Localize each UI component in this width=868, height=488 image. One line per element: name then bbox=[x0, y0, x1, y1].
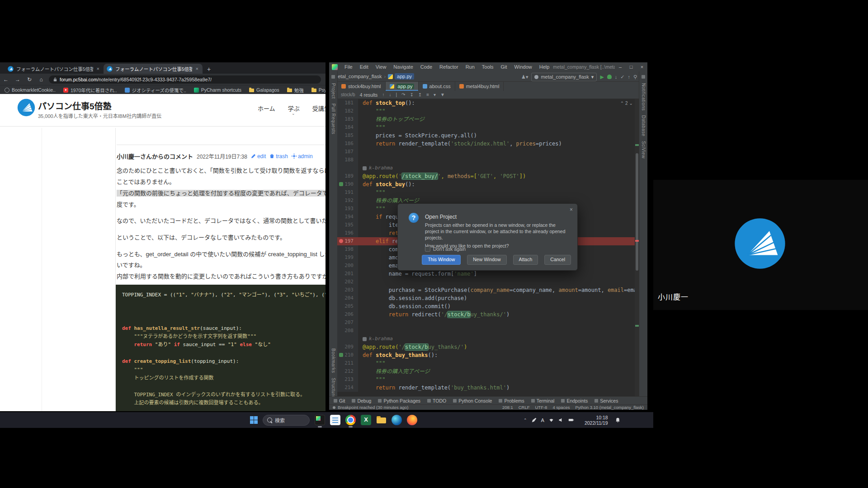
bookmark-item[interactable]: BookmarkletCookie.. bbox=[5, 87, 56, 93]
edit-link[interactable]: edit bbox=[251, 153, 266, 160]
browser-tab[interactable]: フォーラムノートパソコン仕事5倍塾× bbox=[5, 64, 104, 74]
dialog-close-icon[interactable]: × bbox=[570, 206, 573, 213]
prev-result-icon[interactable]: ↑ bbox=[382, 92, 384, 97]
chevron-down-icon[interactable]: ▾ bbox=[434, 92, 436, 97]
minimize-icon[interactable]: – bbox=[615, 64, 626, 70]
notepad-taskbar-icon[interactable] bbox=[330, 415, 340, 425]
tool-window-button-database[interactable]: Database bbox=[641, 115, 646, 136]
flask-route-icon[interactable] bbox=[339, 353, 343, 357]
site-nav-item[interactable]: ホーム bbox=[258, 104, 275, 113]
maximize-icon[interactable]: □ bbox=[626, 64, 637, 70]
toolwindow-python-console[interactable]: Python Console bbox=[453, 398, 492, 404]
menu-file[interactable]: File bbox=[341, 64, 356, 70]
search-icon[interactable]: ⚲ bbox=[633, 74, 637, 80]
error-widget[interactable]: ⌃2⌄ bbox=[620, 101, 633, 106]
new-window-button[interactable]: New Window bbox=[467, 255, 506, 265]
breadcrumb-file[interactable]: app.py bbox=[395, 73, 414, 80]
run-config-selector[interactable]: metal_company_flask ▾ bbox=[531, 73, 597, 81]
bookmark-item[interactable]: ジオシティーズの便箋で.. bbox=[125, 87, 186, 94]
site-nav-item[interactable]: 受講生 bbox=[312, 104, 326, 113]
flask-route-icon[interactable] bbox=[339, 182, 343, 186]
bookmark-item[interactable]: 1970年代に着目され.. bbox=[63, 87, 117, 94]
volume-icon[interactable] bbox=[558, 417, 564, 423]
menu-tools[interactable]: Tools bbox=[478, 64, 497, 70]
menu-window[interactable]: Window bbox=[511, 64, 536, 70]
tab-close-icon[interactable]: × bbox=[96, 66, 100, 71]
toolwindow-todo[interactable]: TODO bbox=[427, 398, 446, 404]
toolwindow-git[interactable]: Git bbox=[334, 398, 345, 404]
step-out-icon[interactable]: ↥ bbox=[418, 92, 422, 97]
tool-stripe-icon[interactable] bbox=[331, 75, 335, 79]
tool-window-button-notifications[interactable]: Notifications bbox=[641, 83, 646, 111]
toolwindow-terminal[interactable]: Terminal bbox=[531, 398, 555, 404]
tool-stripe-icon[interactable] bbox=[642, 75, 645, 79]
home-icon[interactable]: ⌂ bbox=[35, 76, 47, 83]
menu-run[interactable]: Run bbox=[462, 64, 478, 70]
git-commit-icon[interactable]: ✓ bbox=[620, 74, 624, 80]
pen-icon[interactable] bbox=[531, 417, 537, 423]
menu-navigate[interactable]: Navigate bbox=[390, 64, 416, 70]
address-bar[interactable]: forum.pc5bai.com/note/entry/6854092f-23c… bbox=[49, 75, 321, 84]
firefox-taskbar-icon[interactable] bbox=[407, 415, 417, 425]
step-into-icon[interactable]: ↧ bbox=[410, 92, 413, 97]
admin-link[interactable]: admin bbox=[292, 153, 313, 160]
toolwindow-python-packages[interactable]: Python Packages bbox=[378, 398, 420, 404]
status-widget[interactable]: 208:1 bbox=[502, 405, 513, 410]
this-window-button[interactable]: This Window bbox=[422, 255, 461, 265]
toolwindow-debug[interactable]: Debug bbox=[352, 398, 371, 404]
cancel-button[interactable]: Cancel bbox=[544, 255, 571, 265]
tool-window-button-project[interactable]: Project bbox=[331, 83, 336, 99]
trash-link[interactable]: trash bbox=[269, 153, 288, 160]
status-widget[interactable]: 4 spaces bbox=[552, 405, 570, 410]
excel-taskbar-icon[interactable] bbox=[361, 415, 371, 425]
bookmark-item[interactable]: PyCharm shortcuts bbox=[194, 87, 241, 93]
bookmark-item[interactable]: Psychology, Physica... bbox=[311, 87, 326, 93]
menu-code[interactable]: Code bbox=[417, 64, 436, 70]
user-icon[interactable]: ♟▾ bbox=[521, 74, 528, 80]
taskbar-search[interactable]: 検索 bbox=[263, 415, 310, 426]
bookmark-item[interactable]: Galapagos bbox=[249, 87, 279, 93]
run-button[interactable]: ▶ bbox=[600, 74, 604, 80]
status-widget[interactable]: Python 3.10 (metal_company_flask) bbox=[575, 405, 644, 410]
git-pull-icon[interactable]: ↓ bbox=[615, 74, 618, 80]
menu-git[interactable]: Git bbox=[497, 64, 511, 70]
editor-tab[interactable]: app.py bbox=[386, 82, 419, 91]
editor-scrollbar[interactable] bbox=[635, 99, 639, 396]
toolwindow-problems[interactable]: Problems bbox=[499, 398, 524, 404]
editor-tab[interactable]: about.css bbox=[419, 82, 455, 91]
close-icon[interactable]: × bbox=[637, 64, 647, 70]
start-button[interactable] bbox=[250, 416, 258, 424]
pycharm-taskbar-icon[interactable] bbox=[315, 415, 325, 425]
status-widget[interactable]: UTF-8 bbox=[535, 405, 547, 410]
tool-window-button-bookmarks[interactable]: Bookmarks bbox=[331, 348, 336, 373]
breakpoint-icon[interactable] bbox=[339, 239, 343, 243]
ime-indicator[interactable]: A bbox=[541, 418, 544, 423]
git-push-icon[interactable]: ↑ bbox=[628, 74, 631, 80]
browser-tab[interactable]: フォーラムノートパソコン仕事5倍塾× bbox=[104, 64, 203, 74]
debug-button[interactable] bbox=[607, 75, 612, 79]
tab-close-icon[interactable]: × bbox=[195, 66, 199, 71]
breadcrumb-project[interactable]: metal_company_flask bbox=[334, 74, 382, 79]
explorer-taskbar-icon[interactable] bbox=[376, 415, 387, 425]
editor-tab[interactable]: metal4buy.html bbox=[455, 82, 504, 91]
menu-help[interactable]: Help bbox=[536, 64, 553, 70]
battery-icon[interactable] bbox=[568, 417, 574, 423]
tool-window-button-structure[interactable]: Structure bbox=[331, 378, 336, 398]
menu-view[interactable]: View bbox=[372, 64, 390, 70]
status-widget[interactable]: CRLF bbox=[519, 405, 530, 410]
next-result-icon[interactable]: ↓ bbox=[389, 92, 391, 97]
back-icon[interactable]: ← bbox=[0, 76, 12, 83]
scrollbar-thumb[interactable] bbox=[636, 153, 638, 271]
tool-window-button-sciview[interactable]: SciView bbox=[641, 141, 646, 159]
chrome-taskbar-icon[interactable] bbox=[345, 415, 356, 425]
bookmark-item[interactable]: 勉強 bbox=[287, 87, 304, 94]
filter-icon[interactable]: ▼ bbox=[440, 92, 445, 97]
edge-taskbar-icon[interactable] bbox=[392, 415, 402, 425]
tool-window-button-pull-requests[interactable]: Pull Requests bbox=[331, 103, 336, 134]
menu-refactor[interactable]: Refactor bbox=[436, 64, 462, 70]
notification-bell-icon[interactable] bbox=[615, 417, 621, 423]
toolwindow-services[interactable]: Services bbox=[594, 398, 618, 404]
menu-edit[interactable]: Edit bbox=[356, 64, 372, 70]
new-tab-button[interactable]: + bbox=[203, 66, 215, 74]
forward-icon[interactable]: → bbox=[12, 76, 24, 83]
